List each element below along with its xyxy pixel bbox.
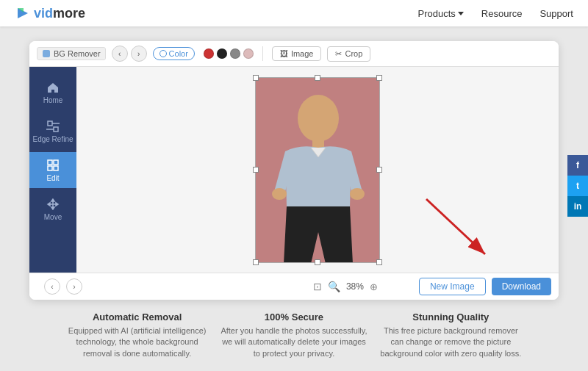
crop-icon: ✂: [335, 49, 342, 59]
prev-button[interactable]: ‹: [44, 278, 60, 295]
svg-point-14: [350, 188, 365, 200]
zoom-fit-icon[interactable]: ⊡: [313, 281, 322, 292]
color-swatch-gray[interactable]: [230, 48, 240, 59]
toolbar-divider: [262, 46, 263, 61]
image-container: [255, 77, 380, 263]
twitter-button[interactable]: t: [567, 176, 588, 196]
action-buttons: New Image Download: [419, 278, 551, 295]
feature-title-0: Automatic Removal: [64, 311, 211, 323]
feature-title-1: 100% Secure: [220, 311, 368, 323]
handle-top-mid[interactable]: [315, 75, 320, 81]
feature-desc-1: After you handle the photos successfully…: [220, 325, 368, 359]
color-swatches: [204, 48, 254, 59]
navbar: vidmore Products Resource Support: [0, 0, 588, 26]
handle-bottom-right[interactable]: [376, 259, 382, 265]
svg-rect-4: [54, 127, 58, 132]
sidebar-item-home[interactable]: Home: [29, 74, 76, 110]
toolbar-nav: ‹ ›: [112, 46, 147, 62]
facebook-button[interactable]: f: [567, 155, 588, 176]
svg-rect-8: [54, 160, 58, 165]
move-icon: [46, 197, 60, 212]
features-row: Automatic Removal Equipped with AI (arti…: [29, 300, 559, 359]
handle-bottom-left[interactable]: [253, 259, 259, 265]
feature-automatic-removal: Automatic Removal Equipped with AI (arti…: [64, 311, 211, 359]
handle-bottom-mid[interactable]: [315, 259, 320, 265]
home-icon: [46, 80, 60, 95]
arrow-indicator: [412, 192, 500, 265]
handle-left-mid[interactable]: [253, 167, 259, 173]
feature-desc-0: Equipped with AI (artificial intelligenc…: [64, 325, 211, 359]
feature-desc-2: This free picture background remover can…: [377, 325, 524, 359]
bottom-nav: ‹ ›: [44, 278, 82, 295]
crop-tab-button[interactable]: ✂ Crop: [327, 46, 370, 62]
window-label: BG Remover: [37, 47, 106, 60]
zoom-value: 38%: [346, 281, 364, 292]
svg-line-16: [426, 199, 485, 254]
svg-rect-3: [48, 121, 52, 126]
app-window: BG Remover ‹ › Color 🖼 Image: [29, 41, 559, 300]
social-sidebar: f t in: [567, 155, 588, 217]
back-button[interactable]: ‹: [112, 46, 128, 62]
color-swatch-pink[interactable]: [243, 48, 254, 59]
color-swatch-red[interactable]: [204, 48, 214, 59]
forward-button[interactable]: ›: [131, 46, 147, 62]
app-toolbar: BG Remover ‹ › Color 🖼 Image: [29, 41, 559, 67]
canvas-area: [76, 67, 559, 273]
image-background: [256, 78, 379, 262]
bottom-toolbar: ‹ › ⊡ 🔍 38% ⊕ New Image Download: [29, 273, 559, 300]
edge-refine-icon: [46, 119, 60, 134]
new-image-button[interactable]: New Image: [419, 278, 486, 295]
bg-remover-icon: [42, 49, 51, 58]
next-button[interactable]: ›: [66, 278, 82, 295]
zoom-controls: ⊡ 🔍 38% ⊕: [313, 281, 378, 292]
sidebar-item-edge-refine[interactable]: Edge Refine: [29, 113, 76, 149]
svg-point-13: [272, 188, 287, 200]
sidebar-item-move[interactable]: Move: [29, 191, 76, 227]
svg-rect-10: [54, 166, 58, 170]
handle-right-mid[interactable]: [376, 167, 382, 173]
logo: vidmore: [15, 5, 85, 21]
color-mode-button[interactable]: Color: [153, 47, 195, 60]
handle-top-right[interactable]: [376, 75, 382, 81]
svg-rect-9: [48, 166, 52, 170]
zoom-in-icon[interactable]: ⊕: [370, 281, 378, 292]
svg-rect-7: [48, 160, 52, 165]
handle-top-left[interactable]: [253, 75, 259, 81]
person-figure: [256, 78, 379, 262]
app-body: Home Edge Refine: [29, 67, 559, 273]
logo-text: vidmore: [34, 6, 85, 21]
image-icon: 🖼: [280, 49, 288, 58]
nav-products[interactable]: Products: [418, 8, 464, 19]
sidebar-item-edit[interactable]: Edit: [29, 152, 76, 188]
zoom-out-icon[interactable]: 🔍: [328, 281, 340, 292]
nav-resource[interactable]: Resource: [481, 8, 523, 19]
main-area: BG Remover ‹ › Color 🖼 Image: [0, 26, 588, 371]
feature-secure: 100% Secure After you handle the photos …: [220, 311, 368, 359]
svg-rect-2: [43, 50, 50, 57]
sidebar: Home Edge Refine: [29, 67, 76, 273]
nav-support[interactable]: Support: [539, 8, 573, 19]
nav-links: Products Resource Support: [418, 8, 574, 19]
color-circle-icon: [159, 50, 167, 57]
chevron-down-icon: [458, 12, 464, 15]
svg-point-11: [298, 95, 339, 142]
edit-icon: [46, 158, 60, 173]
linkedin-button[interactable]: in: [567, 196, 588, 217]
feature-quality: Stunning Quality This free picture backg…: [377, 311, 524, 359]
logo-icon: [15, 5, 31, 21]
download-button[interactable]: Download: [492, 278, 551, 295]
image-tab-button[interactable]: 🖼 Image: [272, 46, 322, 61]
color-swatch-black[interactable]: [217, 48, 227, 59]
feature-title-2: Stunning Quality: [377, 311, 524, 323]
